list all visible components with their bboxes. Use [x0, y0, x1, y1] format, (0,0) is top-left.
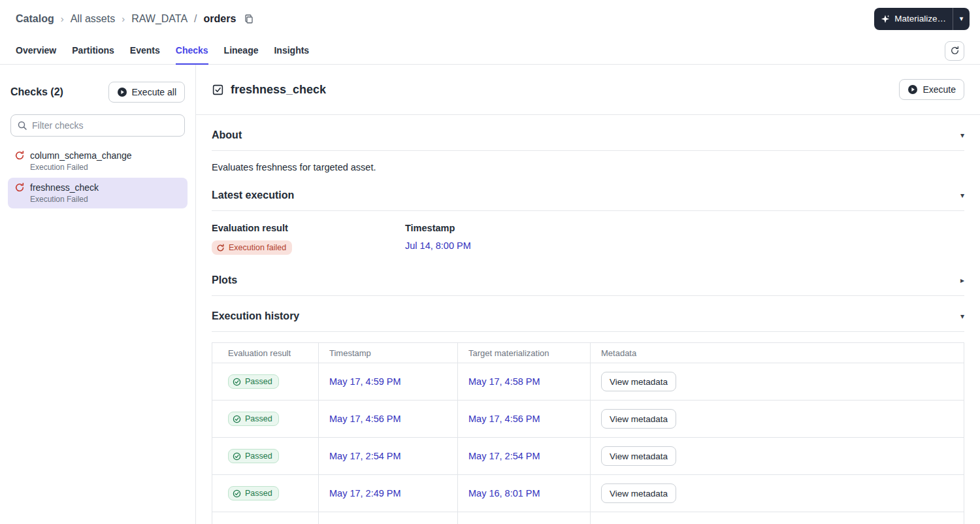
row-target-link[interactable]: May 16, 8:01 PM	[468, 488, 540, 499]
row-timestamp-link[interactable]: May 17, 2:49 PM	[329, 488, 401, 499]
execution-failed-badge-label: Execution failed	[229, 243, 286, 252]
check-title-row: freshness_check	[212, 83, 326, 97]
view-metadata-button[interactable]: View metadata	[601, 483, 676, 503]
execute-label: Execute	[923, 84, 956, 95]
filter-checks-wrap	[10, 114, 185, 137]
section-about-header[interactable]: About ▾	[212, 115, 964, 151]
tab-insights[interactable]: Insights	[274, 37, 309, 65]
checks-list: column_schema_change Execution Failed fr…	[0, 143, 195, 211]
materialize-button[interactable]: Materialize…	[874, 8, 953, 30]
chevron-down-icon: ▾	[960, 131, 964, 140]
play-circle-icon	[117, 87, 127, 97]
column-header-target-materialization: Target materialization	[458, 343, 591, 363]
passed-badge: Passed	[228, 412, 279, 426]
latest-execution-content: Evaluation result Execution failed Times…	[212, 211, 964, 260]
execution-failed-icon	[14, 150, 25, 161]
check-name: freshness_check	[30, 182, 99, 193]
row-target-link[interactable]: May 17, 2:54 PM	[468, 451, 540, 461]
evaluation-result-field: Evaluation result Execution failed	[212, 223, 405, 255]
passed-badge: Passed	[228, 449, 279, 463]
search-icon	[17, 120, 27, 131]
table-row: Passed May 17, 4:56 PM May 17, 4:56 PM V…	[212, 401, 964, 438]
checks-sidebar: Checks (2) Execute all	[0, 65, 196, 524]
check-circle-icon	[233, 489, 241, 498]
section-execution-history-header[interactable]: Execution history ▾	[212, 296, 964, 332]
section-plots-title: Plots	[212, 274, 237, 286]
table-row: Passed May 17, 2:49 PM May 16, 8:01 PM V…	[212, 475, 964, 512]
breadcrumb: Catalog › All assets › RAW_DATA / orders	[16, 13, 254, 25]
refresh-button[interactable]	[945, 41, 964, 61]
check-circle-icon	[233, 415, 241, 423]
tab-overview[interactable]: Overview	[16, 37, 56, 65]
breadcrumb-asset-group[interactable]: RAW_DATA	[131, 13, 188, 25]
section-latest-execution-header[interactable]: Latest execution ▾	[212, 175, 964, 211]
row-timestamp-link[interactable]: May 17, 2:54 PM	[329, 451, 401, 461]
caret-down-icon: ▾	[960, 14, 964, 23]
chevron-right-icon: ▸	[960, 276, 964, 285]
execute-all-label: Execute all	[132, 87, 176, 97]
tab-checks[interactable]: Checks	[176, 37, 208, 65]
view-metadata-button[interactable]: View metadata	[601, 372, 676, 391]
row-timestamp-link[interactable]: May 17, 4:59 PM	[329, 376, 401, 387]
tab-lineage[interactable]: Lineage	[224, 37, 259, 65]
check-list-item-freshness-check[interactable]: freshness_check Execution Failed	[8, 178, 188, 208]
passed-badge: Passed	[228, 486, 279, 500]
check-status: Execution Failed	[14, 163, 181, 172]
chevron-right-icon: ›	[61, 13, 64, 24]
check-circle-icon	[233, 378, 241, 386]
passed-badge-label: Passed	[245, 414, 272, 423]
timestamp-label: Timestamp	[405, 223, 598, 233]
table-row: Passed May 17, 2:54 PM May 17, 2:54 PM V…	[212, 438, 964, 475]
check-detail-body: About ▾ Evaluates freshness for targeted…	[196, 115, 980, 524]
passed-badge-label: Passed	[245, 451, 272, 461]
passed-badge-label: Passed	[245, 377, 272, 386]
asset-check-icon	[212, 84, 224, 96]
materialize-split-button: Materialize… ▾	[874, 8, 970, 30]
breadcrumb-all-assets[interactable]: All assets	[71, 13, 115, 25]
materialize-button-label: Materialize…	[894, 14, 946, 24]
execution-failed-badge: Execution failed	[212, 240, 292, 255]
check-detail-panel: freshness_check Execute About ▾ Evaluate…	[196, 65, 980, 524]
check-name: column_schema_change	[30, 150, 132, 161]
chevron-right-icon: ›	[122, 13, 125, 24]
about-description: Evaluates freshness for targeted asset.	[212, 151, 964, 175]
check-status: Execution Failed	[14, 195, 181, 204]
section-plots-header[interactable]: Plots ▸	[212, 260, 964, 296]
row-timestamp-link[interactable]: May 17, 4:56 PM	[329, 414, 401, 424]
check-circle-icon	[233, 452, 241, 461]
asset-tabs: Overview Partitions Events Checks Lineag…	[0, 37, 980, 65]
evaluation-result-label: Evaluation result	[212, 223, 405, 233]
execute-all-button[interactable]: Execute all	[108, 82, 185, 103]
passed-badge: Passed	[228, 374, 279, 389]
row-target-link[interactable]: May 17, 4:56 PM	[468, 414, 540, 424]
tab-events[interactable]: Events	[130, 37, 160, 65]
materialize-dropdown-button[interactable]: ▾	[953, 8, 970, 30]
latest-timestamp-link[interactable]: Jul 14, 8:00 PM	[405, 240, 471, 251]
column-header-evaluation-result: Evaluation result	[212, 343, 319, 363]
topbar: Catalog › All assets › RAW_DATA / orders…	[0, 0, 980, 37]
execution-history-table: Evaluation result Timestamp Target mater…	[212, 342, 964, 524]
breadcrumb-asset-name: orders	[204, 13, 237, 25]
play-circle-icon	[907, 84, 918, 95]
row-target-link[interactable]: May 17, 4:58 PM	[468, 376, 540, 387]
check-list-item-column-schema-change[interactable]: column_schema_change Execution Failed	[8, 146, 188, 176]
filter-checks-input[interactable]	[10, 114, 185, 137]
section-about-title: About	[212, 129, 242, 141]
chevron-down-icon: ▾	[960, 191, 964, 200]
tab-partitions[interactable]: Partitions	[72, 37, 114, 65]
table-row: Passed May 17, 4:59 PM May 17, 4:58 PM V…	[212, 363, 964, 401]
copy-icon[interactable]	[244, 14, 254, 24]
view-metadata-button[interactable]: View metadata	[601, 409, 676, 429]
timestamp-field: Timestamp Jul 14, 8:00 PM	[405, 223, 598, 255]
section-latest-execution-title: Latest execution	[212, 189, 294, 201]
sidebar-header: Checks (2) Execute all	[0, 65, 195, 113]
breadcrumb-separator: /	[194, 13, 197, 25]
execution-failed-icon	[216, 244, 225, 252]
check-title: freshness_check	[231, 83, 326, 97]
sparkle-icon	[881, 14, 890, 24]
view-metadata-button[interactable]: View metadata	[601, 446, 676, 466]
execute-button[interactable]: Execute	[899, 79, 964, 100]
breadcrumb-catalog[interactable]: Catalog	[16, 13, 54, 25]
execution-failed-icon	[14, 182, 25, 193]
table-row	[212, 512, 964, 524]
